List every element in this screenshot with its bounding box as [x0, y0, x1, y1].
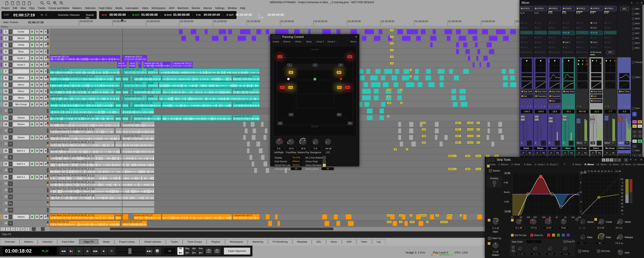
bus-send-5.1-b[interactable]: 5.1 B	[590, 31, 602, 35]
bus-send-mix-group[interactable]: Mix Group	[590, 50, 602, 54]
bus-send-5.1-a[interactable]: 5.1 A	[520, 36, 533, 40]
clip-fragment[interactable]	[266, 168, 269, 173]
edit-mode[interactable]: Overwrite / Remove	[58, 14, 80, 16]
bus-send-5.1-a[interactable]: 5.1 A	[548, 36, 561, 40]
track-name[interactable]: Mono	[13, 76, 29, 80]
track-number[interactable]: 8	[3, 76, 9, 80]
clip-fragment[interactable]	[468, 56, 470, 61]
bus-send-cue-2[interactable]: Cue 2	[590, 40, 602, 44]
arrange-lane[interactable]: Earth Moon Sun 03-19-09+03-09-09_5.1 (5)	[50, 187, 520, 194]
clip-fragment[interactable]	[453, 102, 458, 107]
band-color-3[interactable]	[562, 234, 565, 237]
clip-fragment[interactable]	[496, 29, 506, 34]
clip-fragment[interactable]	[360, 76, 364, 80]
clip-fragment[interactable]	[253, 128, 256, 133]
audio-clip[interactable]: recor	[115, 214, 121, 220]
track-mute-button[interactable]: M	[39, 29, 43, 34]
track-name[interactable]: Guitar	[13, 29, 29, 34]
clip-fragment[interactable]	[364, 82, 368, 87]
bus-send-atmos[interactable]: ATMOS 9.1.6	[534, 6, 547, 11]
strip-pf-button[interactable]: PF	[557, 154, 561, 156]
track-record-button[interactable]	[30, 115, 34, 120]
pan-position-dot[interactable]	[592, 60, 593, 62]
os-button[interactable]: OS	[624, 141, 629, 145]
ruler-tick[interactable]: 01:10:00:00	[213, 20, 227, 26]
step-forward-button[interactable]: ▶|	[68, 247, 75, 255]
strip-tab-9-Mono[interactable]: 9: Mono	[583, 162, 596, 166]
track-number[interactable]: 12	[3, 102, 9, 107]
setting-checkbox-atmos-snap[interactable]	[323, 160, 326, 163]
offline-media-badge[interactable]: §§§	[422, 135, 426, 137]
clip-fragment[interactable]	[456, 42, 459, 47]
header-select-4[interactable]: 4	[614, 158, 617, 162]
track-mute-button[interactable]: M	[39, 214, 43, 219]
clip-fragment[interactable]	[371, 82, 380, 87]
fx-tool-1[interactable]: −	[594, 105, 595, 108]
clip-fragment[interactable]	[228, 29, 232, 34]
insert-effect-strip-tools[interactable]: Strip Tools	[534, 90, 547, 94]
tab-fade-editor[interactable]: Fade Editor	[57, 239, 79, 244]
track-number[interactable]: 6	[3, 62, 9, 67]
setting-checkbox-atmos-elevation[interactable]	[323, 164, 326, 167]
clip-fragment[interactable]	[510, 76, 515, 80]
audio-clip[interactable]: record mic 011 (2)	[134, 75, 162, 81]
strip-name[interactable]: Mix Group	[604, 147, 616, 150]
arrange-lane[interactable]: Earth Moon Sun 03-19-09+03-09-09_5.1 (4)	[50, 181, 520, 187]
bus-send-cue-1[interactable]: cue 1	[590, 46, 602, 49]
clip-fragment[interactable]	[461, 102, 467, 107]
offline-media-badge[interactable]: 9	[410, 75, 412, 78]
fx-tool-1[interactable]: ≡	[580, 105, 581, 108]
insert-effect-strip-tools[interactable]: Strip Tools	[590, 90, 602, 94]
stop-button[interactable]: ■	[100, 247, 108, 255]
insert-effect-parametric-ec[interactable]: Parametric Ec	[534, 94, 547, 98]
arrange-lane[interactable]	[50, 200, 520, 207]
clip-fragment[interactable]	[449, 69, 453, 74]
bus-send-5.1-a[interactable]: 5.1 A	[576, 36, 589, 40]
clip-fragment[interactable]	[196, 36, 199, 41]
mix-mode[interactable]: Shared Mix	[86, 14, 96, 19]
menu-video[interactable]: Video	[140, 6, 150, 10]
fx-tool-0[interactable]: +	[521, 105, 522, 108]
bus-send-cue-2[interactable]: Cue 2	[520, 40, 533, 44]
strip-sf-button[interactable]: SF	[576, 154, 580, 156]
clip-fragment[interactable]	[261, 155, 264, 160]
clip-fragment[interactable]	[468, 29, 477, 34]
offline-media-badge[interactable]: NSO	[410, 221, 415, 223]
tab-overview[interactable]: Overview	[0, 239, 20, 244]
pan-xy-display[interactable]	[605, 58, 616, 72]
track-record-button[interactable]	[30, 36, 34, 41]
audio-clip[interactable]: Earth Moon Sun 03-19-09+03-09-09_5.1 (2)	[50, 174, 154, 180]
strip-re-button[interactable]: RE	[608, 154, 612, 156]
pan-source-red[interactable]	[340, 78, 342, 80]
comp-enable-toggle[interactable]	[594, 218, 597, 221]
band-knob-0[interactable]	[515, 218, 522, 226]
clip-fragment[interactable]	[322, 29, 331, 34]
bypass-checkbox[interactable]	[489, 169, 492, 172]
strip-pf-button[interactable]: PF	[570, 154, 574, 156]
clip-fragment[interactable]	[473, 36, 477, 41]
pan-position-dot[interactable]	[568, 60, 569, 62]
fx-tool-3[interactable]: ≡	[572, 105, 573, 108]
track-channel-mode[interactable]: L	[9, 175, 12, 179]
automation-off-button[interactable]: Off	[177, 247, 184, 255]
clip-fragment[interactable]	[402, 36, 410, 41]
track-name[interactable]: Mono	[13, 89, 29, 94]
fx-tool-1[interactable]: −	[524, 105, 525, 108]
pan-position-dot[interactable]	[540, 60, 541, 62]
menu-edit[interactable]: Edit	[11, 6, 19, 10]
tab-notes[interactable]: Notes	[326, 239, 342, 244]
clip-fragment[interactable]	[488, 122, 490, 127]
band-knob-2[interactable]	[545, 218, 552, 226]
offline-media-badge[interactable]: NS	[399, 221, 403, 223]
offline-media-badge[interactable]: §§§Pass;	[448, 154, 457, 157]
clip-fragment[interactable]	[416, 36, 421, 41]
tab-workspaces[interactable]: Workspaces	[225, 239, 248, 244]
speaker-ltm[interactable]: Ltm	[280, 86, 284, 89]
track-monitor-button[interactable]: O	[35, 82, 39, 87]
automation-prw-button[interactable]: Prw	[198, 247, 204, 255]
audio-clip[interactable]: Earth	[148, 82, 158, 88]
clip-fragment[interactable]	[350, 29, 357, 34]
speaker-l[interactable]: L	[287, 64, 292, 67]
menu-machines[interactable]: Machines	[176, 6, 190, 10]
clip-fragment[interactable]	[384, 69, 392, 74]
